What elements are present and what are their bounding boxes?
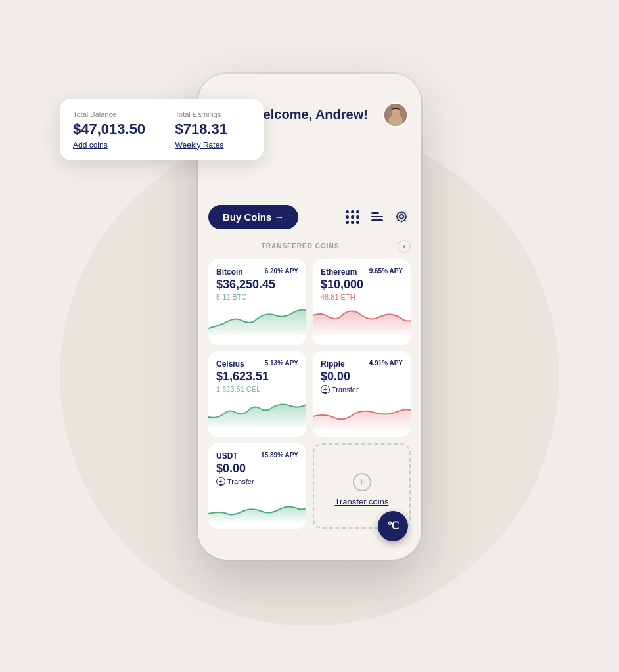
balance-card: Total Balance $47,013.50 Add coins Total…	[60, 99, 264, 160]
add-coins-link[interactable]: Add coins	[73, 141, 149, 150]
usdt-chart	[208, 489, 306, 522]
total-earnings-section: Total Earnings $718.31 Weekly Rates	[175, 110, 251, 150]
grid-icon	[346, 210, 359, 224]
celsius-fab[interactable]: ℃	[378, 511, 408, 541]
celsius-sub: 1,623.51 CEL	[216, 385, 298, 393]
avatar	[383, 102, 408, 127]
celsius-card: Celsius 5.13% APY $1,623.51 1,623.51 CEL	[208, 351, 306, 437]
usdt-value: $0.00	[216, 462, 298, 476]
weekly-rates-link[interactable]: Weekly Rates	[175, 141, 251, 150]
buy-coins-button[interactable]: Buy Coins →	[208, 205, 298, 229]
celsius-value: $1,623.51	[216, 370, 298, 384]
ethereum-card: Ethereum 9.65% APY $10,000 48.81 ETH	[313, 259, 411, 345]
section-chevron[interactable]: ▾	[398, 240, 411, 253]
usdt-transfer-label: Transfer	[227, 478, 254, 485]
ripple-chart	[313, 397, 411, 430]
celsius-chart	[208, 394, 306, 427]
usdt-transfer-link[interactable]: + Transfer	[216, 477, 298, 486]
total-balance-value: $47,013.50	[73, 121, 149, 138]
celsius-apy: 5.13% APY	[265, 359, 298, 367]
transferred-section-header: TRANSFERED COINS ▾	[208, 240, 411, 253]
ripple-name: Ripple	[321, 359, 345, 369]
welcome-text: Welcome, Andrew!	[251, 107, 368, 122]
transfer-coins-label: Transfer coins	[335, 497, 389, 506]
usdt-name: USDT	[216, 451, 238, 460]
icon-group	[343, 208, 411, 227]
list-view-button[interactable]	[369, 210, 386, 224]
ripple-apy: 4.91% APY	[369, 359, 403, 367]
bitcoin-sub: 5.12 BTC	[216, 293, 298, 301]
list-icon	[371, 212, 383, 221]
fab-label: ℃	[387, 520, 399, 532]
bitcoin-chart	[208, 302, 306, 335]
gear-icon	[395, 210, 408, 223]
total-balance-section: Total Balance $47,013.50 Add coins	[73, 110, 149, 150]
ethereum-name: Ethereum	[321, 267, 357, 277]
action-row: Buy Coins →	[208, 205, 411, 229]
ethereum-apy: 9.65% APY	[369, 267, 403, 275]
grid-view-button[interactable]	[343, 208, 362, 227]
total-earnings-value: $718.31	[175, 121, 251, 138]
settings-button[interactable]	[392, 208, 411, 226]
usdt-apy: 15.89% APY	[261, 451, 298, 459]
ripple-transfer-link[interactable]: + Transfer	[321, 385, 403, 394]
bitcoin-apy: 6.20% APY	[265, 267, 298, 275]
phone-content: Buy Coins →	[198, 205, 421, 560]
usdt-transfer-plus-icon: +	[216, 477, 225, 486]
total-balance-label: Total Balance	[73, 110, 149, 118]
ethereum-chart	[313, 302, 411, 335]
ripple-value: $0.00	[321, 370, 403, 384]
total-earnings-label: Total Earnings	[175, 110, 251, 118]
celsius-name: Celsius	[216, 359, 244, 369]
ethereum-sub: 48.81 ETH	[321, 293, 403, 301]
buy-coins-label: Buy Coins →	[223, 212, 284, 223]
bitcoin-card: Bitcoin 6.20% APY $36,250.45 5.12 BTC	[208, 259, 306, 345]
transfer-coins-plus-icon: +	[353, 473, 371, 491]
bitcoin-value: $36,250.45	[216, 278, 298, 292]
transferred-label: TRANSFERED COINS	[262, 242, 340, 250]
card-divider	[162, 113, 162, 147]
scene: Total Balance $47,013.50 Add coins Total…	[20, 21, 599, 652]
ripple-transfer-label: Transfer	[332, 386, 359, 393]
coins-grid: Bitcoin 6.20% APY $36,250.45 5.12 BTC	[208, 259, 411, 529]
transfer-plus-icon: +	[321, 385, 330, 394]
ethereum-value: $10,000	[321, 278, 403, 292]
ripple-card: Ripple 4.91% APY $0.00 + Transfer	[313, 351, 411, 437]
usdt-card: USDT 15.89% APY $0.00 + Transfer	[208, 443, 306, 529]
svg-rect-3	[388, 122, 402, 125]
bitcoin-name: Bitcoin	[216, 267, 243, 277]
